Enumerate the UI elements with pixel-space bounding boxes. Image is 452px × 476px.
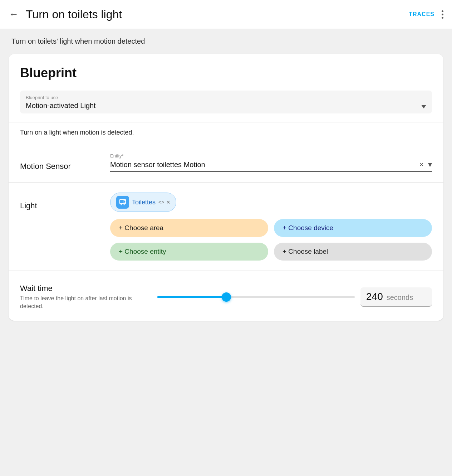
blueprint-dropdown-arrow-icon: [421, 105, 426, 108]
more-menu-button[interactable]: [442, 10, 443, 19]
blueprint-description: Turn on a light when motion is detected.: [9, 122, 443, 143]
wait-number: 240: [366, 291, 383, 302]
wait-left: Wait time Time to leave the light on aft…: [20, 284, 149, 311]
entity-underline: [110, 171, 432, 172]
traces-button[interactable]: TRACES: [409, 11, 434, 18]
entity-dropdown-button[interactable]: ▾: [428, 160, 432, 169]
svg-rect-1: [121, 204, 122, 205]
blueprint-select-label: Blueprint to use: [26, 95, 426, 100]
svg-rect-4: [124, 200, 126, 203]
action-buttons: + Choose area + Choose device + Choose e…: [110, 219, 432, 261]
chip-code-button[interactable]: <>: [158, 199, 164, 205]
wait-time-section: Wait time Time to leave the light on aft…: [9, 271, 443, 321]
motion-sensor-label: Motion Sensor: [20, 153, 99, 171]
blueprint-section: Blueprint Blueprint to use Motion-activa…: [9, 54, 443, 122]
entity-value: Motion sensor toilettes Motion: [110, 161, 415, 169]
motion-sensor-section: Motion Sensor Entity* Motion sensor toil…: [9, 143, 443, 182]
wait-unit: seconds: [387, 293, 413, 302]
page-title: Turn on toilets light: [26, 8, 409, 21]
page-subtitle: Turn on toilets' light when motion detec…: [0, 29, 452, 51]
wait-row: Wait time Time to leave the light on aft…: [20, 284, 432, 311]
choose-label-button[interactable]: + Choose label: [274, 243, 432, 261]
entity-label: Entity*: [110, 153, 432, 159]
wait-slider-area: 240 seconds: [157, 287, 432, 307]
chip-actions: <> ×: [158, 199, 170, 206]
svg-rect-2: [124, 204, 125, 205]
chip-container: Toilettes <> ×: [110, 193, 432, 212]
choose-device-button[interactable]: + Choose device: [274, 219, 432, 237]
device-icon: [119, 198, 127, 206]
back-button[interactable]: ←: [9, 9, 19, 20]
toilettes-chip-name: Toilettes: [132, 199, 156, 206]
chip-close-button[interactable]: ×: [166, 199, 170, 206]
main-card: Blueprint Blueprint to use Motion-activa…: [9, 54, 443, 321]
entity-clear-button[interactable]: ×: [419, 160, 424, 169]
motion-sensor-content: Entity* Motion sensor toilettes Motion ×…: [110, 153, 432, 172]
more-dots-icon: [442, 10, 443, 19]
slider-track[interactable]: [157, 296, 355, 298]
slider-thumb[interactable]: [222, 292, 231, 302]
blueprint-heading: Blueprint: [20, 65, 432, 81]
toilettes-chip[interactable]: Toilettes <> ×: [110, 193, 176, 212]
light-section: Light Toilettes: [9, 182, 443, 271]
header: ← Turn on toilets light TRACES: [0, 0, 452, 29]
blueprint-select[interactable]: Blueprint to use Motion-activated Light: [20, 91, 432, 113]
slider-fill: [157, 296, 226, 298]
wait-time-description: Time to leave the light on after last mo…: [20, 295, 149, 311]
entity-value-row: Motion sensor toilettes Motion × ▾: [110, 160, 432, 169]
toilettes-chip-icon: [116, 196, 129, 209]
light-content: Toilettes <> × + Choose area + Choose de…: [110, 193, 432, 261]
blueprint-select-value: Motion-activated Light: [26, 102, 426, 110]
wait-time-title: Wait time: [20, 284, 149, 293]
choose-entity-button[interactable]: + Choose entity: [110, 243, 268, 261]
light-label: Light: [20, 193, 99, 210]
svg-rect-3: [120, 200, 124, 203]
wait-value-box: 240 seconds: [360, 287, 432, 307]
choose-area-button[interactable]: + Choose area: [110, 219, 268, 237]
